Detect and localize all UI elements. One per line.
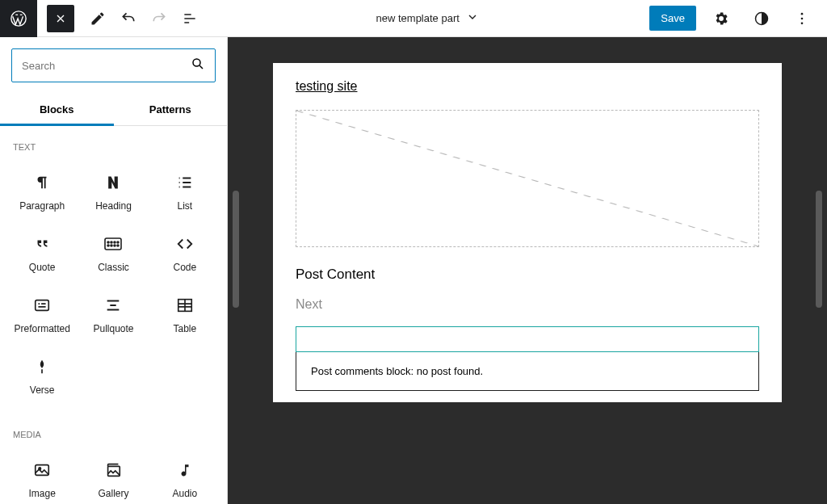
document-title: new template part	[376, 12, 460, 24]
svg-point-12	[111, 245, 112, 246]
svg-point-7	[107, 242, 109, 243]
block-label: Code	[173, 262, 196, 273]
close-inserter-button[interactable]	[47, 5, 74, 32]
undo-icon[interactable]	[116, 6, 141, 31]
svg-point-5	[193, 59, 200, 66]
tab-patterns[interactable]: Patterns	[114, 94, 228, 125]
svg-point-18	[39, 468, 41, 470]
block-label: Pullquote	[93, 323, 133, 334]
quote-icon	[33, 234, 51, 254]
preformatted-icon	[33, 296, 51, 315]
chevron-down-icon	[466, 10, 479, 27]
block-table[interactable]: Table	[149, 284, 220, 346]
block-label: Classic	[98, 262, 129, 273]
redo-icon	[147, 6, 171, 31]
search-input-wrapper[interactable]	[11, 48, 216, 82]
search-input[interactable]	[22, 60, 191, 72]
block-code[interactable]: Code	[149, 223, 220, 284]
block-label: Preformatted	[14, 323, 69, 334]
more-options-icon[interactable]	[790, 6, 814, 31]
post-comments-block[interactable]: Post comments block: no post found.	[296, 352, 759, 391]
svg-point-10	[117, 242, 119, 243]
svg-point-13	[114, 245, 115, 246]
paragraph-icon	[33, 173, 51, 192]
block-image[interactable]: Image	[6, 449, 78, 504]
featured-image-placeholder[interactable]	[296, 110, 759, 247]
settings-icon[interactable]	[709, 6, 733, 31]
category-label-text: TEXT	[0, 126, 227, 158]
block-label: Gallery	[98, 488, 128, 499]
block-gallery[interactable]: Gallery	[78, 449, 149, 504]
block-label: Image	[28, 488, 55, 499]
document-outline-icon[interactable]	[178, 6, 202, 31]
block-verse[interactable]: Verse	[6, 346, 78, 407]
svg-point-14	[117, 245, 119, 246]
block-list[interactable]: List	[149, 162, 220, 223]
table-icon	[176, 296, 194, 315]
verse-icon	[34, 357, 50, 376]
site-title-block[interactable]: testing site	[296, 79, 759, 94]
canvas-scrollbar-left[interactable]	[233, 191, 239, 308]
top-bar: new template part Save	[0, 0, 827, 37]
heading-icon	[105, 173, 121, 192]
block-heading[interactable]: Heading	[78, 162, 149, 223]
block-paragraph[interactable]: Paragraph	[6, 162, 78, 223]
edit-icon[interactable]	[86, 6, 110, 31]
search-icon	[191, 57, 205, 74]
svg-point-3	[801, 17, 804, 19]
audio-icon	[178, 460, 192, 480]
category-label-media: MEDIA	[0, 414, 227, 446]
list-icon	[176, 173, 194, 192]
svg-rect-15	[36, 300, 49, 311]
classic-icon	[103, 234, 123, 254]
comments-message: Post comments block: no post found.	[311, 365, 483, 377]
svg-point-8	[111, 242, 112, 243]
svg-point-4	[801, 22, 804, 24]
block-preformatted[interactable]: Preformatted	[6, 284, 78, 346]
tab-blocks[interactable]: Blocks	[0, 94, 114, 125]
block-label: Table	[173, 323, 196, 334]
block-label: List	[177, 200, 192, 212]
code-icon	[176, 234, 194, 254]
block-inserter-sidebar: Blocks Patterns TEXT Paragraph Heading L…	[0, 37, 228, 504]
pullquote-icon	[104, 296, 122, 315]
canvas-scrollbar-right[interactable]	[816, 191, 822, 308]
svg-rect-17	[36, 465, 49, 476]
block-audio[interactable]: Audio	[149, 449, 220, 504]
svg-point-9	[114, 242, 115, 243]
post-content-heading[interactable]: Post Content	[296, 267, 759, 283]
block-label: Quote	[29, 262, 56, 273]
svg-line-20	[296, 111, 758, 246]
block-label: Audio	[172, 488, 197, 499]
svg-rect-6	[105, 238, 121, 250]
styles-icon[interactable]	[749, 6, 774, 31]
selected-block[interactable]	[296, 326, 759, 352]
page-frame[interactable]: testing site Post Content Next Post comm…	[273, 63, 782, 402]
editor-canvas: testing site Post Content Next Post comm…	[228, 37, 827, 504]
block-label: Paragraph	[19, 200, 65, 212]
svg-point-11	[107, 245, 109, 246]
wordpress-logo-icon[interactable]	[0, 0, 37, 37]
block-label: Verse	[30, 384, 55, 396]
block-quote[interactable]: Quote	[6, 223, 78, 284]
block-pullquote[interactable]: Pullquote	[78, 284, 149, 346]
save-button[interactable]: Save	[649, 6, 696, 31]
next-post-link[interactable]: Next	[296, 297, 759, 312]
svg-point-2	[801, 12, 804, 15]
block-classic[interactable]: Classic	[78, 223, 149, 284]
document-title-area[interactable]: new template part	[205, 10, 649, 27]
block-label: Heading	[95, 200, 132, 212]
image-icon	[33, 460, 51, 480]
gallery-icon	[104, 460, 122, 480]
